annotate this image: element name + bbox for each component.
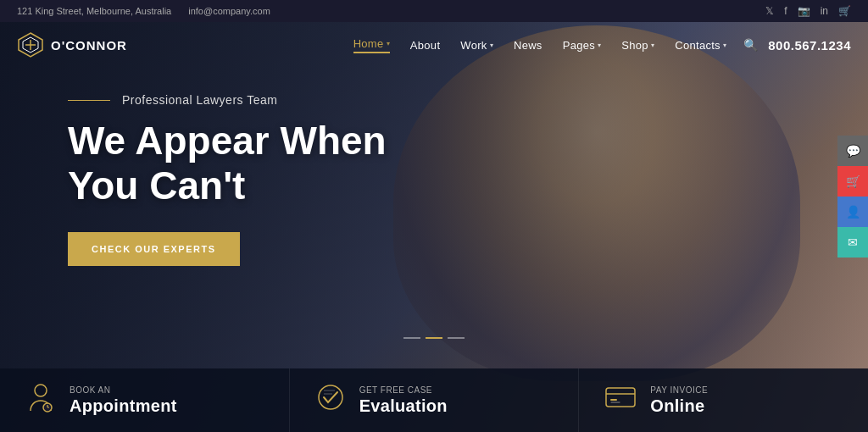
nav-work[interactable]: Work ▾ xyxy=(460,39,493,52)
main-navbar: O'CONNOR Home ▾ About Work ▾ News Pages … xyxy=(0,24,868,66)
hero-section: O'CONNOR Home ▾ About Work ▾ News Pages … xyxy=(0,0,868,432)
email: info@company.com xyxy=(188,6,270,16)
appointment-big-label: Appointment xyxy=(70,396,177,416)
float-user-button[interactable]: 👤 xyxy=(837,197,868,227)
online-big-label: Online xyxy=(650,396,708,416)
nav-links: Home ▾ About Work ▾ News Pages ▾ Shop ▾ xyxy=(353,37,727,53)
slide-dot-1[interactable] xyxy=(403,337,420,339)
top-bar-left: 121 King Street, Melbourne, Australia in… xyxy=(17,6,270,16)
svg-rect-11 xyxy=(606,388,635,407)
float-cart-button[interactable]: 🛒 xyxy=(837,166,868,197)
facebook-icon[interactable]: f xyxy=(784,5,787,17)
pages-arrow: ▾ xyxy=(598,42,601,49)
logo[interactable]: O'CONNOR xyxy=(17,31,127,58)
home-arrow: ▾ xyxy=(387,40,390,47)
cart-icon[interactable]: 🛒 xyxy=(838,5,851,17)
float-mail-button[interactable]: ✉ xyxy=(837,227,868,258)
bottom-online[interactable]: PAY INVOICE Online xyxy=(579,368,868,432)
cta-button[interactable]: CHECK OUR EXPERTS xyxy=(68,232,240,266)
phone-number: 800.567.1234 xyxy=(768,38,851,53)
online-icon xyxy=(604,385,637,416)
nav-shop[interactable]: Shop ▾ xyxy=(621,39,654,52)
nav-home[interactable]: Home ▾ xyxy=(353,37,390,53)
nav-pages[interactable]: Pages ▾ xyxy=(563,39,602,52)
slide-dot-2[interactable] xyxy=(426,337,442,339)
logo-text: O'CONNOR xyxy=(51,38,127,53)
contacts-arrow: ▾ xyxy=(723,42,726,49)
bottom-info-bar: BOOK AN Appointment GET FREE CASE Evalua… xyxy=(0,368,868,432)
bottom-appointment[interactable]: BOOK AN Appointment xyxy=(0,368,290,432)
subtitle-bar xyxy=(68,100,110,101)
appointment-text: BOOK AN Appointment xyxy=(70,385,177,416)
shop-arrow: ▾ xyxy=(651,42,654,49)
work-arrow: ▾ xyxy=(490,42,493,49)
search-icon[interactable]: 🔍 xyxy=(743,38,758,52)
hero-subtitle: Professional Lawyers Team xyxy=(122,93,277,107)
appointment-icon xyxy=(25,382,56,418)
svg-point-8 xyxy=(319,385,342,409)
instagram-icon[interactable]: 📷 xyxy=(798,5,810,17)
float-chat-button[interactable]: 💬 xyxy=(837,136,868,166)
linkedin-icon[interactable]: in xyxy=(821,5,828,17)
top-bar: 121 King Street, Melbourne, Australia in… xyxy=(0,0,868,22)
social-links: 𝕏 f 📷 in 🛒 xyxy=(765,5,851,17)
nav-contacts[interactable]: Contacts ▾ xyxy=(675,39,726,52)
evaluation-small-label: GET FREE CASE xyxy=(359,385,448,395)
hero-content: Professional Lawyers Team We Appear When… xyxy=(68,93,387,266)
sidebar-float: 💬 🛒 👤 ✉ xyxy=(837,136,868,258)
slide-dot-3[interactable] xyxy=(448,337,465,339)
appointment-small-label: BOOK AN xyxy=(70,385,177,395)
nav-about[interactable]: About xyxy=(410,39,440,52)
twitter-icon[interactable]: 𝕏 xyxy=(765,5,774,17)
svg-point-4 xyxy=(35,385,47,396)
nav-news[interactable]: News xyxy=(514,39,542,52)
hero-title: We Appear When You Can't xyxy=(68,119,387,208)
bottom-evaluation[interactable]: GET FREE CASE Evaluation xyxy=(290,368,580,432)
address: 121 King Street, Melbourne, Australia xyxy=(17,6,171,16)
evaluation-icon xyxy=(315,382,346,418)
evaluation-text: GET FREE CASE Evaluation xyxy=(359,385,448,416)
online-text: PAY INVOICE Online xyxy=(650,385,708,416)
slider-dots xyxy=(403,337,465,339)
evaluation-big-label: Evaluation xyxy=(359,396,448,416)
online-small-label: PAY INVOICE xyxy=(650,385,708,395)
hero-subtitle-line: Professional Lawyers Team xyxy=(68,93,387,107)
